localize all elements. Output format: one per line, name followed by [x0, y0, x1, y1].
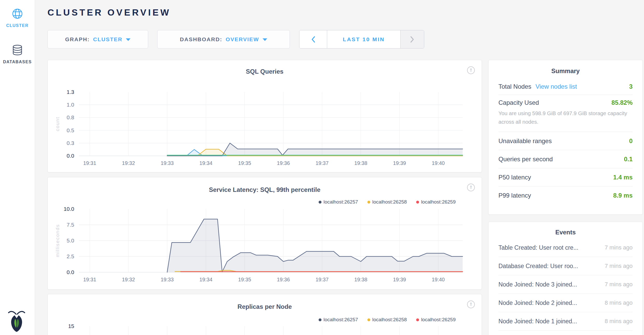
svg-text:19:35: 19:35: [238, 277, 251, 282]
dashboard-dropdown[interactable]: DASHBOARD: OVERVIEW: [157, 30, 290, 48]
summary-label: Capacity Used: [498, 99, 539, 106]
sidebar-item-label: CLUSTER: [0, 23, 35, 28]
svg-text:0.0: 0.0: [67, 153, 74, 159]
info-icon[interactable]: !: [467, 301, 475, 308]
svg-text:milliseconds: milliseconds: [55, 224, 60, 257]
svg-text:19:39: 19:39: [393, 277, 406, 282]
replicas-per-node-plot[interactable]: 19:3119:3219:3319:3419:3519:3619:3719:38…: [48, 294, 482, 335]
event-row: Table Created: User root cre...7 mins ag…: [498, 239, 633, 257]
svg-text:15: 15: [68, 323, 74, 329]
svg-text:0.3: 0.3: [67, 140, 74, 146]
time-next-button[interactable]: [400, 30, 424, 48]
chart-card-replicas-per-node: Replicas per Node ! localhost:26257local…: [47, 294, 482, 335]
chart-title: Replicas per Node: [48, 303, 482, 310]
legend-dot-icon: [367, 318, 370, 321]
summary-row: Unavailable ranges0: [498, 132, 633, 150]
graph-dropdown-value: CLUSTER: [93, 36, 122, 43]
legend-item[interactable]: localhost:26258: [367, 199, 407, 205]
legend-item[interactable]: localhost:26258: [367, 317, 407, 323]
svg-text:19:31: 19:31: [83, 277, 96, 282]
summary-panel: Summary Total Nodes View nodes list 3 Ca…: [488, 60, 643, 215]
event-time: 8 mins ago: [605, 318, 633, 325]
event-time: 7 mins ago: [605, 263, 633, 269]
event-row: Node Joined: Node 3 joined...7 mins ago: [498, 275, 633, 294]
event-time: 7 mins ago: [605, 281, 633, 288]
chart-title: SQL Queries: [48, 68, 482, 75]
summary-label: P99 latency: [498, 192, 531, 199]
cockroach-logo-icon: [8, 310, 25, 332]
legend-item[interactable]: localhost:26259: [416, 317, 456, 323]
svg-text:10.0: 10.0: [64, 206, 74, 212]
chevron-left-icon: [311, 36, 315, 43]
info-icon[interactable]: !: [467, 66, 475, 74]
events-rows: Table Created: User root cre...7 mins ag…: [498, 239, 633, 331]
legend-label: localhost:26259: [421, 317, 456, 323]
event-row: Node Joined: Node 1 joined...8 mins ago: [498, 312, 633, 331]
database-icon: [11, 44, 23, 56]
events-body: Events Table Created: User root cre...7 …: [489, 222, 642, 331]
legend-dot-icon: [416, 201, 419, 204]
summary-row-total-nodes: Total Nodes View nodes list 3: [498, 78, 633, 95]
view-nodes-list-link[interactable]: View nodes list: [536, 83, 577, 90]
chart-title: Service Latency: SQL, 99th percentile: [48, 186, 482, 193]
time-prev-button[interactable]: [299, 30, 327, 48]
svg-text:2.5: 2.5: [67, 253, 74, 259]
svg-text:0.8: 0.8: [67, 114, 74, 120]
legend-item[interactable]: localhost:26259: [416, 199, 456, 205]
summary-label: Total Nodes: [498, 83, 531, 90]
capacity-subtext: You are using 598.9 GiB of 697.9 GiB sto…: [498, 109, 631, 126]
event-name: Table Created: User root cre...: [498, 244, 578, 251]
info-icon[interactable]: !: [467, 184, 475, 191]
chart-legend: localhost:26257localhost:26258localhost:…: [319, 199, 456, 205]
sql-queries-plot[interactable]: 19:3119:3219:3319:3419:3519:3619:3719:38…: [48, 60, 482, 173]
summary-value: 85.82%: [612, 99, 633, 106]
sidebar-item-databases[interactable]: DATABASES: [0, 44, 35, 64]
event-name: Node Joined: Node 2 joined...: [498, 299, 577, 306]
cockroach-logo[interactable]: [8, 310, 25, 332]
legend-item[interactable]: localhost:26257: [319, 199, 358, 205]
summary-label: Unavailable ranges: [498, 137, 552, 145]
chevron-down-icon: [263, 38, 267, 41]
sidebar: CLUSTER DATABASES: [0, 0, 35, 335]
svg-text:19:32: 19:32: [122, 160, 135, 166]
legend-dot-icon: [319, 201, 321, 204]
event-row: Database Created: User roo...7 mins ago: [498, 257, 633, 275]
sidebar-item-cluster[interactable]: CLUSTER: [0, 8, 35, 28]
svg-text:19:38: 19:38: [354, 160, 367, 166]
summary-body: Total Nodes View nodes list 3 Capacity U…: [489, 78, 642, 205]
chevron-right-icon: [410, 36, 414, 43]
svg-text:19:36: 19:36: [277, 160, 290, 166]
event-row: Node Joined: Node 2 joined...8 mins ago: [498, 294, 633, 312]
svg-text:count: count: [55, 117, 60, 131]
svg-text:19:40: 19:40: [432, 160, 445, 166]
summary-title: Summary: [489, 60, 642, 75]
svg-text:19:33: 19:33: [161, 160, 174, 166]
legend-dot-icon: [416, 318, 419, 321]
legend-label: localhost:26258: [372, 199, 407, 205]
legend-label: localhost:26258: [372, 317, 407, 323]
sidebar-item-label: DATABASES: [0, 60, 35, 64]
legend-item[interactable]: localhost:26257: [319, 317, 358, 323]
event-name: Node Joined: Node 1 joined...: [498, 318, 577, 325]
events-title: Events: [498, 222, 633, 239]
svg-text:19:39: 19:39: [393, 160, 406, 166]
page-title: CLUSTER OVERVIEW: [47, 7, 171, 18]
svg-text:19:34: 19:34: [199, 160, 212, 166]
legend-label: localhost:26257: [324, 199, 358, 205]
svg-text:5.0: 5.0: [67, 238, 74, 243]
chart-legend: localhost:26257localhost:26258localhost:…: [319, 317, 456, 323]
summary-value: 8.9 ms: [613, 192, 633, 199]
summary-value: 0: [629, 137, 633, 145]
summary-row: P50 latency1.4 ms: [498, 168, 633, 186]
chart-card-service-latency: Service Latency: SQL, 99th percentile ! …: [47, 177, 482, 290]
graph-dropdown[interactable]: GRAPH: CLUSTER: [47, 30, 148, 48]
svg-text:0.0: 0.0: [67, 269, 74, 275]
dashboard-dropdown-label: DASHBOARD:: [180, 36, 222, 43]
svg-text:0.5: 0.5: [67, 127, 74, 133]
time-range-label[interactable]: LAST 10 MIN: [327, 30, 400, 48]
summary-rows: Unavailable ranges0Queries per second0.1…: [498, 132, 633, 205]
chart-card-sql-queries: SQL Queries ! 19:3119:3219:3319:3419:351…: [47, 60, 482, 172]
service-latency-plot[interactable]: 19:3119:3219:3319:3419:3519:3619:3719:38…: [48, 177, 482, 290]
summary-row-capacity-used: Capacity Used 85.82% You are using 598.9…: [498, 95, 633, 132]
svg-text:19:38: 19:38: [354, 277, 367, 282]
